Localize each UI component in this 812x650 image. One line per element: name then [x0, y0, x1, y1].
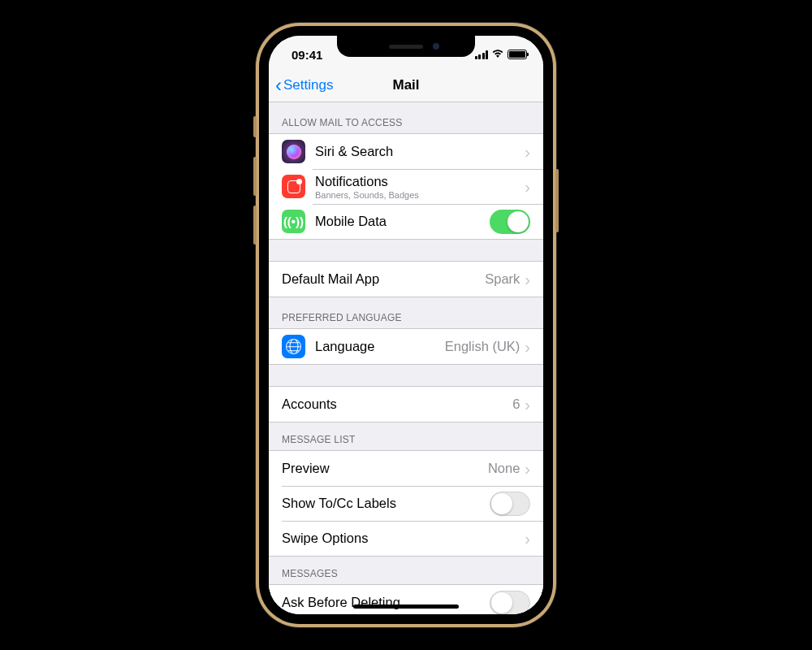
- chevron-right-icon: ›: [525, 339, 530, 355]
- settings-content[interactable]: ALLOW MAIL TO ACCESS Siri & Search › Not…: [269, 102, 543, 614]
- nav-title: Mail: [392, 77, 419, 93]
- volume-up-button[interactable]: [253, 157, 257, 196]
- chevron-right-icon: ›: [525, 179, 530, 195]
- row-siri-search[interactable]: Siri & Search ›: [269, 134, 543, 169]
- back-button[interactable]: ‹ Settings: [275, 76, 333, 95]
- row-ask-before-deleting: Ask Before Deleting: [269, 585, 543, 614]
- cell-value: 6: [512, 396, 520, 412]
- home-indicator[interactable]: [353, 604, 459, 609]
- cell-label: Siri & Search: [315, 144, 525, 159]
- chevron-right-icon: ›: [525, 144, 530, 160]
- cell-value: English (UK): [445, 339, 520, 354]
- cell-label: Swipe Options: [282, 531, 525, 546]
- cell-sublabel: Banners, Sounds, Badges: [315, 190, 525, 200]
- mute-switch[interactable]: [253, 116, 257, 137]
- chevron-right-icon: ›: [525, 396, 530, 413]
- cell-label: Show To/Cc Labels: [282, 496, 490, 511]
- mobile-data-toggle[interactable]: [490, 210, 530, 234]
- cell-label: Language: [315, 339, 445, 354]
- siri-icon: [282, 140, 305, 163]
- ask-delete-toggle[interactable]: [490, 591, 530, 615]
- battery-icon: [508, 50, 527, 59]
- wifi-icon: [491, 49, 504, 60]
- chevron-right-icon: ›: [525, 531, 530, 547]
- cellular-signal-icon: [475, 50, 489, 59]
- section-header-message-list: MESSAGE LIST: [269, 422, 543, 450]
- notifications-icon: [282, 175, 305, 198]
- show-tocc-toggle[interactable]: [490, 492, 530, 516]
- row-mobile-data: ((•)) Mobile Data: [269, 204, 543, 239]
- row-default-mail-app[interactable]: Default Mail App Spark ›: [269, 262, 543, 297]
- cell-label: Preview: [282, 461, 488, 476]
- power-button[interactable]: [555, 169, 559, 232]
- cell-value: None: [488, 461, 520, 476]
- cell-label: Notifications: [315, 174, 525, 189]
- back-label: Settings: [283, 77, 333, 93]
- row-notifications[interactable]: Notifications Banners, Sounds, Badges ›: [269, 169, 543, 204]
- front-camera: [433, 43, 439, 50]
- section-header-access: ALLOW MAIL TO ACCESS: [269, 102, 543, 133]
- section-header-messages: MESSAGES: [269, 557, 543, 584]
- speaker: [389, 45, 423, 49]
- row-swipe-options[interactable]: Swipe Options ›: [269, 521, 543, 556]
- chevron-left-icon: ‹: [275, 76, 282, 95]
- screen: 09:41 ‹ Settings Mail: [269, 36, 543, 614]
- row-show-tocc: Show To/Cc Labels: [269, 486, 543, 521]
- phone-frame: 09:41 ‹ Settings Mail: [256, 23, 556, 627]
- volume-down-button[interactable]: [253, 206, 257, 245]
- chevron-right-icon: ›: [525, 461, 530, 477]
- chevron-right-icon: ›: [525, 271, 530, 288]
- section-header-language: PREFERRED LANGUAGE: [269, 297, 543, 328]
- row-preview[interactable]: Preview None ›: [269, 451, 543, 486]
- cell-value: Spark: [485, 271, 520, 287]
- notch: [337, 36, 475, 57]
- row-language[interactable]: Language English (UK) ›: [269, 329, 543, 364]
- globe-icon: [282, 335, 305, 358]
- cell-label: Accounts: [282, 396, 512, 412]
- status-time: 09:41: [292, 43, 322, 62]
- cell-label: Mobile Data: [315, 214, 490, 229]
- cellular-icon: ((•)): [282, 210, 305, 233]
- row-accounts[interactable]: Accounts 6 ›: [269, 387, 543, 422]
- cell-label: Default Mail App: [282, 271, 485, 287]
- nav-bar: ‹ Settings Mail: [269, 68, 543, 102]
